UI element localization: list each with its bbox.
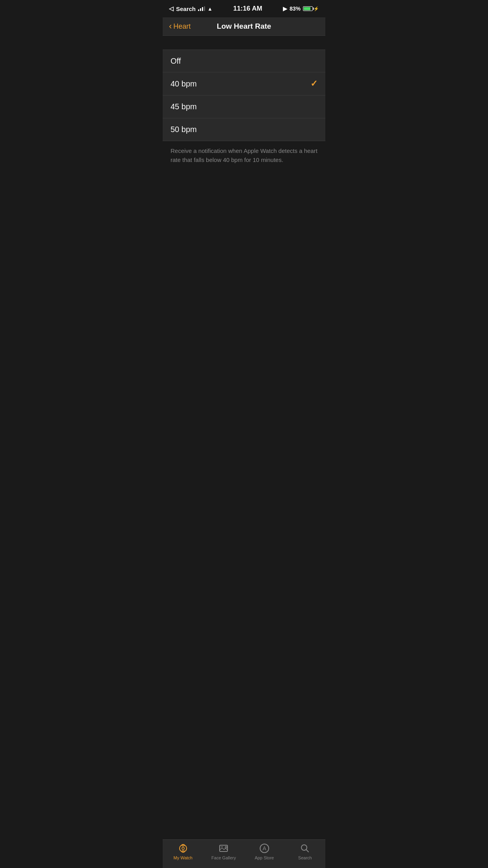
back-label: Heart (173, 22, 191, 31)
back-arrow-status: ◁ (169, 5, 174, 12)
carrier-label: Search (176, 6, 196, 12)
battery-percent: 83% (290, 6, 301, 12)
battery-fill (304, 7, 310, 10)
status-time: 11:16 AM (233, 5, 262, 13)
signal-bars (198, 6, 205, 11)
option-40bpm[interactable]: 40 bpm ✓ (163, 72, 325, 96)
checkmark-icon: ✓ (310, 79, 317, 89)
battery-container: ⚡ (303, 6, 319, 11)
option-50bpm[interactable]: 50 bpm (163, 118, 325, 141)
status-right: ▶ 83% ⚡ (283, 6, 319, 12)
back-button[interactable]: ‹ Heart (169, 22, 191, 31)
option-off[interactable]: Off (163, 50, 325, 72)
option-45bpm-label: 45 bpm (171, 102, 197, 111)
section-spacer (163, 36, 325, 50)
battery-icon (303, 6, 313, 11)
status-left: ◁ Search ▲ (169, 5, 213, 12)
option-off-label: Off (171, 57, 181, 66)
nav-bar: ‹ Heart Low Heart Rate (163, 17, 325, 36)
option-40bpm-label: 40 bpm (171, 79, 197, 88)
back-chevron-icon: ‹ (169, 22, 172, 31)
options-list: Off 40 bpm ✓ 45 bpm 50 bpm (163, 50, 325, 141)
option-50bpm-label: 50 bpm (171, 125, 197, 134)
page-title: Low Heart Rate (217, 22, 271, 31)
description-text: Receive a notification when Apple Watch … (163, 141, 325, 170)
main-content: Off 40 bpm ✓ 45 bpm 50 bpm Receive a not… (163, 36, 325, 201)
status-bar: ◁ Search ▲ 11:16 AM ▶ 83% ⚡ (163, 0, 325, 17)
option-45bpm[interactable]: 45 bpm (163, 96, 325, 118)
wifi-icon: ▲ (207, 6, 213, 12)
charging-bolt: ⚡ (314, 6, 319, 11)
location-icon: ▶ (283, 6, 287, 12)
